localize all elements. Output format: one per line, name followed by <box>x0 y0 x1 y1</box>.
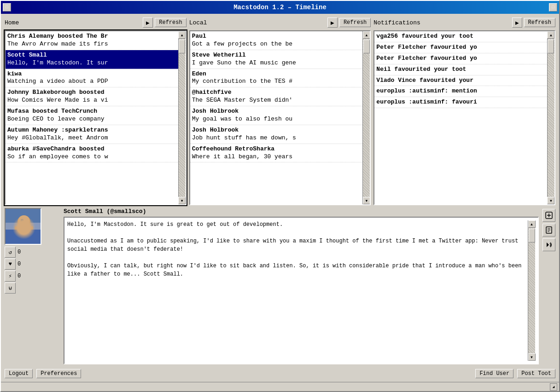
notifications-refresh-button[interactable]: Refresh <box>524 18 555 27</box>
home-list-item[interactable]: kiwaWatching a video about a PDP <box>6 69 178 88</box>
detail-scroll-track[interactable] <box>528 228 535 353</box>
home-refresh-button[interactable]: Refresh <box>155 18 186 27</box>
home-scroll-down[interactable]: ▼ <box>178 197 186 204</box>
svg-point-5 <box>18 215 29 226</box>
home-col-header: Home ▶ Refresh <box>5 17 187 28</box>
local-scroll-down[interactable]: ▼ <box>363 197 370 204</box>
local-list-item[interactable]: Josh HolbrookMy goal was to also flesh o… <box>190 106 363 125</box>
item-text: Watching a video about a PDP <box>7 78 176 86</box>
side-button-1[interactable] <box>542 209 555 222</box>
item-text: Where it all began, 30 years <box>192 153 361 161</box>
notifications-scroll-track[interactable] <box>548 39 554 197</box>
home-list-item[interactable]: Scott SmallHello, I'm Macstodon. It sur <box>6 50 178 69</box>
local-scrollbar[interactable]: ▲ ▼ <box>362 31 370 204</box>
detail-scroll-up[interactable]: ▲ <box>528 220 536 228</box>
notifications-list-item[interactable]: vga256 favourited your toot <box>374 31 547 42</box>
local-scroll-up[interactable]: ▲ <box>363 31 370 39</box>
local-list-item[interactable]: @haitchfiveThe SEGA Master System didn' <box>190 87 363 106</box>
post-toot-button[interactable]: Post Toot <box>517 369 555 378</box>
action3-count: 0 <box>18 273 21 279</box>
action3-button[interactable]: ⚡ <box>5 271 16 282</box>
item-author: Chris Alemany boosted The Br <box>7 33 176 40</box>
home-list-item[interactable]: Autumn Mahoney :sparkletransHey #GlobalT… <box>6 125 178 144</box>
item-text: So if an employee comes to w <box>7 153 176 161</box>
notifications-list-item[interactable]: Peter Fletcher favourited yo <box>374 53 547 64</box>
item-author: Johnny Blakeborough boosted <box>7 89 176 97</box>
notifications-list-item[interactable]: europlus :autisminf: mention <box>374 86 547 97</box>
boost-count: 0 <box>18 249 21 255</box>
home-list-item[interactable]: aburka #SaveChandra boostedSo if an empl… <box>6 144 178 163</box>
maximize-button[interactable]: □ <box>549 3 557 12</box>
home-list-content: Chris Alemany boosted The BrThe Avro Arr… <box>6 31 178 204</box>
detail-username: Scott Small (@smallsco) <box>64 208 539 215</box>
local-play-button[interactable]: ▶ <box>327 17 338 28</box>
local-list-item[interactable]: Steve WetherillI gave Suno the AI music … <box>190 50 363 69</box>
bookmark-button[interactable]: ⊌ <box>5 282 16 294</box>
home-scroll-up[interactable]: ▲ <box>178 31 186 39</box>
close-button[interactable]: □ <box>3 3 11 12</box>
home-list-item[interactable]: Chris Alemany boosted The BrThe Avro Arr… <box>6 31 178 50</box>
item-author: kiwa <box>7 70 176 78</box>
item-text: How Comics Were Made is a vi <box>7 97 176 104</box>
find-user-button[interactable]: Find User <box>475 369 513 378</box>
notifications-scroll-thumb[interactable] <box>548 40 554 53</box>
home-list-item[interactable]: Mufasa boosted TechCrunchBoeing CEO to l… <box>6 106 178 125</box>
detail-scroll-down[interactable]: ▼ <box>528 353 536 361</box>
local-scroll-track[interactable] <box>363 39 370 197</box>
notifications-scroll-down[interactable]: ▼ <box>547 197 554 204</box>
item-text: Job hunt stuff has me down, s <box>192 134 361 142</box>
item-author: Peter Fletcher favourited yo <box>376 44 545 52</box>
item-author: Mufasa boosted TechCrunch <box>7 108 176 115</box>
columns-area: Chris Alemany boosted The BrThe Avro Arr… <box>5 30 555 205</box>
home-list-item[interactable]: Johnny Blakeborough boostedHow Comics We… <box>6 87 178 106</box>
detail-scrollbar[interactable]: ▲ ▼ <box>528 220 535 361</box>
notifications-scrollbar[interactable]: ▲ ▼ <box>547 31 554 204</box>
home-scrollbar[interactable]: ▲ ▼ <box>178 31 186 204</box>
local-refresh-button[interactable]: Refresh <box>339 18 371 27</box>
home-list-panel: Chris Alemany boosted The BrThe Avro Arr… <box>5 30 187 205</box>
notifications-list-item[interactable]: Neil favourited your toot <box>374 64 547 75</box>
local-list-item[interactable]: Coffeehound RetroSharkaWhere it all bega… <box>190 144 363 163</box>
notifications-list-item[interactable]: Peter Fletcher favourited yo <box>374 42 547 53</box>
notifications-play-button[interactable]: ▶ <box>512 17 522 28</box>
notifications-scroll-up[interactable]: ▲ <box>547 31 554 39</box>
local-list-item[interactable]: EdenMy contribution to the TES # <box>190 69 363 88</box>
item-text: Hello, I'm Macstodon. It sur <box>7 59 176 67</box>
local-list-item[interactable]: Josh HolbrookJob hunt stuff has me down,… <box>190 125 363 144</box>
item-text: I gave Suno the AI music gene <box>192 59 361 67</box>
svg-marker-12 <box>547 242 549 247</box>
item-author: Steve Wetherill <box>192 52 361 59</box>
window-title: Macstodon 1.2 – Timeline <box>233 4 327 11</box>
favorite-button[interactable]: ♥ <box>5 259 16 270</box>
item-author: europlus :autisminf: mention <box>376 87 545 95</box>
logout-button[interactable]: Logout <box>5 369 33 378</box>
boost-button[interactable]: ↺ <box>5 247 16 258</box>
local-label: Local <box>189 19 207 26</box>
preferences-button[interactable]: Preferences <box>36 369 81 378</box>
svg-rect-4 <box>6 230 41 245</box>
detail-main: Scott Small (@smallsco) Hello, I'm Macst… <box>64 208 539 364</box>
action3-row: ⚡ 0 <box>5 271 21 282</box>
window-content: Home ▶ Refresh Local ▶ Refresh Notificat… <box>1 14 559 382</box>
home-scroll-track[interactable] <box>179 39 186 197</box>
bottom-buttons: Logout Preferences Find User Post Toot <box>5 367 555 378</box>
local-list-item[interactable]: PaulGot a few projects on the be <box>190 31 363 50</box>
detail-left: ↺ 0 ♥ 0 ⚡ 0 ⊌ <box>5 208 60 364</box>
local-scroll-thumb[interactable] <box>363 40 370 53</box>
resize-corner[interactable]: ◢ <box>550 383 557 391</box>
notifications-list-item[interactable]: europlus :autisminf: favouri <box>374 97 547 108</box>
item-author: Josh Holbrook <box>192 108 361 115</box>
notifications-list-item[interactable]: Vlado Vince favourited your <box>374 75 547 86</box>
item-author: @haitchfive <box>192 89 361 97</box>
detail-scroll-thumb[interactable] <box>529 229 535 242</box>
home-play-button[interactable]: ▶ <box>143 17 153 28</box>
item-author: Neil favourited your toot <box>376 66 545 74</box>
bookmark-row: ⊌ <box>5 282 21 294</box>
side-button-2[interactable] <box>542 224 555 236</box>
main-window: □ Macstodon 1.2 – Timeline □ Home ▶ Refr… <box>0 0 560 392</box>
notifications-list-panel: vga256 favourited your tootPeter Fletche… <box>373 30 555 205</box>
title-bar: □ Macstodon 1.2 – Timeline □ <box>1 1 559 14</box>
home-scroll-thumb[interactable] <box>179 40 185 53</box>
avatar <box>5 208 41 245</box>
side-button-3[interactable] <box>542 238 555 251</box>
